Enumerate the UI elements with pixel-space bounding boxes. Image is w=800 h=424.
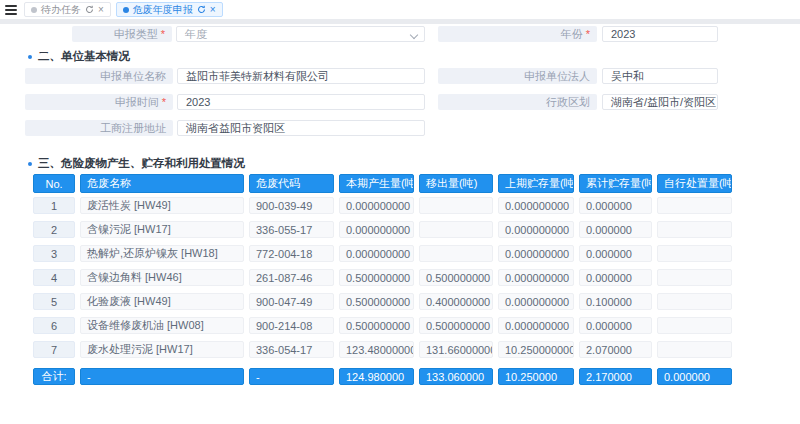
cell-produced: 0.500000000 — [339, 269, 414, 286]
header-no: No. — [33, 174, 75, 193]
divider-band — [0, 19, 800, 24]
cell-total-storage: 0.000000 — [579, 245, 652, 262]
tab-hazwaste-annual-declaration[interactable]: 危废年度申报 × — [116, 2, 223, 17]
cell-prev-storage: 0.000000000 — [498, 293, 574, 310]
close-icon[interactable]: × — [210, 5, 216, 15]
cell-self-disposal — [657, 293, 732, 310]
reg-address-label: 工商注册地址 — [25, 120, 173, 136]
region-input[interactable]: 湖南省/益阳市/资阳区 — [602, 94, 718, 110]
cell-no: 4 — [33, 269, 75, 286]
table-row: 1 废活性炭 [HW49] 900-039-49 0.000000000 0.0… — [33, 197, 743, 214]
cell-total-storage: 0.000000 — [579, 197, 652, 214]
header-waste-name: 危废名称 — [80, 174, 244, 193]
cell-prev-storage: 0.000000000 — [498, 221, 574, 238]
menu-toggle-icon[interactable] — [3, 3, 19, 17]
unit-name-label: 申报单位名称 — [25, 68, 173, 84]
cell-waste-name: 含镍污泥 [HW17] — [80, 221, 244, 238]
required-mark: * — [161, 28, 165, 40]
cell-no: 5 — [33, 293, 75, 310]
declare-type-select[interactable]: 年度 — [176, 26, 425, 42]
tab-label: 危废年度申报 — [133, 5, 193, 15]
header-prev-storage: 上期贮存量(吨) — [498, 174, 574, 193]
cell-self-disposal — [657, 197, 732, 214]
header-total-storage: 累计贮存量(吨) — [579, 174, 652, 193]
cell-produced: 0.500000000 — [339, 293, 414, 310]
cell-prev-storage: 0.000000000 — [498, 317, 574, 334]
cell-waste-name: 废水处理污泥 [HW17] — [80, 341, 244, 358]
section-waste-title: 三、危险废物产生、贮存和利用处置情况 — [28, 156, 245, 171]
cell-total-storage: 0.000000 — [579, 269, 652, 286]
cell-produced: 0.000000000 — [339, 221, 414, 238]
cell-total-storage: 2.070000 — [579, 341, 652, 358]
required-mark: * — [586, 28, 590, 40]
cell-prev-storage: 0.000000000 — [498, 197, 574, 214]
total-produced: 124.980000 — [339, 368, 414, 385]
cell-no: 1 — [33, 197, 75, 214]
tab-bar: 待办任务 × 危废年度申报 × — [0, 0, 800, 19]
tab-todo-tasks[interactable]: 待办任务 × — [24, 2, 111, 17]
refresh-icon[interactable] — [85, 5, 94, 14]
cell-waste-code: 336-055-17 — [249, 221, 334, 238]
legal-person-input[interactable]: 吴中和 — [602, 68, 718, 84]
year-input[interactable]: 2023 — [602, 26, 718, 42]
declare-time-input[interactable]: 2023 — [177, 94, 425, 110]
cell-self-disposal — [657, 341, 732, 358]
total-moved: 133.060000 — [419, 368, 493, 385]
cell-waste-code: 900-047-49 — [249, 293, 334, 310]
cell-waste-name: 设备维修废机油 [HW08] — [80, 317, 244, 334]
section-unit-title: 二、单位基本情况 — [28, 49, 130, 64]
cell-self-disposal — [657, 221, 732, 238]
table-header-row: No. 危废名称 危废代码 本期产生量(吨) 移出量(吨) 上期贮存量(吨) 累… — [33, 174, 743, 193]
cell-waste-code: 772-004-18 — [249, 245, 334, 262]
close-icon[interactable]: × — [98, 5, 104, 15]
tab-status-dot — [31, 7, 37, 13]
refresh-icon[interactable] — [197, 5, 206, 14]
cell-waste-code: 900-214-08 — [249, 317, 334, 334]
cell-no: 6 — [33, 317, 75, 334]
total-label: 合计: — [33, 368, 75, 385]
cell-produced: 0.000000000 — [339, 197, 414, 214]
total-waste-code: - — [249, 368, 334, 385]
header-waste-code: 危废代码 — [249, 174, 334, 193]
cell-total-storage: 0.000000 — [579, 317, 652, 334]
table-row: 3 热解炉,还原炉镍灰 [HW18] 772-004-18 0.00000000… — [33, 245, 743, 262]
total-prev-storage: 10.250000 — [498, 368, 574, 385]
table-row: 6 设备维修废机油 [HW08] 900-214-08 0.500000000 … — [33, 317, 743, 334]
cell-total-storage: 0.100000 — [579, 293, 652, 310]
cell-no: 7 — [33, 341, 75, 358]
cell-self-disposal — [657, 317, 732, 334]
cell-waste-code: 261-087-46 — [249, 269, 334, 286]
region-label: 行政区划 — [438, 94, 597, 110]
cell-waste-code: 900-039-49 — [249, 197, 334, 214]
required-mark: * — [162, 96, 166, 108]
table-row: 5 化验废液 [HW49] 900-047-49 0.500000000 0.4… — [33, 293, 743, 310]
declare-time-label: 申报时间* — [25, 94, 173, 110]
waste-table: No. 危废名称 危废代码 本期产生量(吨) 移出量(吨) 上期贮存量(吨) 累… — [33, 174, 743, 392]
cell-no: 3 — [33, 245, 75, 262]
header-produced: 本期产生量(吨) — [339, 174, 414, 193]
bullet-icon — [28, 55, 32, 59]
cell-produced: 0.500000000 — [339, 317, 414, 334]
cell-waste-name: 含镍边角料 [HW46] — [80, 269, 244, 286]
header-self-disposal: 自行处置量(吨) — [657, 174, 732, 193]
reg-address-input[interactable]: 湖南省益阳市资阳区 — [177, 120, 425, 136]
cell-waste-code: 336-054-17 — [249, 341, 334, 358]
cell-produced: 123.480000000 — [339, 341, 414, 358]
chevron-down-icon — [410, 31, 418, 39]
total-waste-name: - — [80, 368, 244, 385]
tab-status-dot — [123, 7, 129, 13]
table-row: 2 含镍污泥 [HW17] 336-055-17 0.000000000 0.0… — [33, 221, 743, 238]
cell-waste-name: 热解炉,还原炉镍灰 [HW18] — [80, 245, 244, 262]
cell-prev-storage: 0.000000000 — [498, 269, 574, 286]
unit-name-input[interactable]: 益阳市菲美特新材料有限公司 — [177, 68, 425, 84]
cell-moved: 0.500000000 — [419, 269, 493, 286]
cell-total-storage: 0.000000 — [579, 221, 652, 238]
bullet-icon — [28, 162, 32, 166]
cell-prev-storage: 0.000000000 — [498, 245, 574, 262]
year-label: 年份* — [438, 26, 597, 42]
cell-moved: 0.400000000 — [419, 293, 493, 310]
cell-prev-storage: 10.250000000 — [498, 341, 574, 358]
cell-self-disposal — [657, 245, 732, 262]
cell-waste-name: 废活性炭 [HW49] — [80, 197, 244, 214]
cell-self-disposal — [657, 269, 732, 286]
